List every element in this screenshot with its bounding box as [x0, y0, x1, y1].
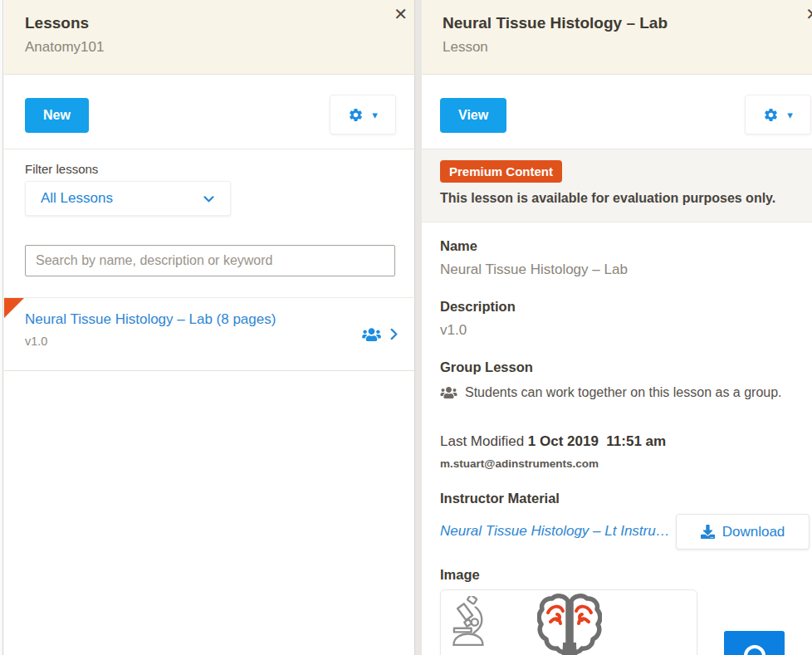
group-lesson-label: Group Lesson — [440, 359, 533, 375]
group-icon — [440, 386, 457, 399]
brain-icon — [537, 593, 602, 655]
description-label: Description — [440, 299, 516, 315]
premium-badge: Premium Content — [440, 160, 562, 183]
chevron-down-icon — [203, 193, 215, 205]
last-modified-value: 1 Oct 2019 11:51 am — [528, 433, 666, 449]
close-icon[interactable]: ✕ — [805, 5, 812, 23]
instructor-material-label: Instructor Material — [440, 491, 560, 506]
close-icon[interactable]: ✕ — [394, 5, 408, 23]
panel-title: Lessons — [25, 14, 89, 32]
help-icon — [744, 645, 766, 655]
lessons-settings-dropdown[interactable]: ▾ — [330, 95, 396, 134]
lessons-screen: Lessons Anatomy101 ✕ New ▾ Filter lesson… — [0, 0, 812, 655]
modified-by-email: m.stuart@adinstruments.com — [440, 457, 599, 470]
lesson-item-version: v1.0 — [25, 335, 47, 348]
filter-selected-value: All Lessons — [41, 190, 113, 207]
download-icon — [701, 525, 715, 539]
view-button[interactable]: View — [440, 98, 506, 133]
instructor-material-link[interactable]: Neural Tissue Histology – Lt Instru… — [440, 523, 670, 540]
lessons-toolbar: New ▾ — [4, 75, 414, 149]
download-button[interactable]: Download — [676, 514, 810, 550]
description-value: v1.0 — [440, 322, 467, 339]
chevron-right-icon[interactable] — [387, 327, 401, 341]
group-lesson-note: Students can work together on this lesso… — [440, 385, 782, 400]
search-input[interactable] — [25, 245, 395, 276]
background-panel-edge — [0, 0, 3, 655]
lesson-list-item[interactable]: Neural Tissue Histology – Lab (8 pages) … — [4, 297, 414, 371]
lesson-filter-dropdown[interactable]: All Lessons — [25, 181, 231, 216]
lesson-image-preview — [440, 589, 697, 655]
image-label: Image — [440, 567, 480, 583]
last-modified: Last Modified 1 Oct 2019 11:51 am — [440, 433, 666, 450]
download-label: Download — [722, 524, 785, 540]
caret-down-icon: ▾ — [787, 110, 793, 120]
lessons-panel: Lessons Anatomy101 ✕ New ▾ Filter lesson… — [4, 0, 414, 655]
premium-note: This lesson is available for evaluation … — [440, 191, 775, 206]
panel-divider — [414, 0, 422, 655]
caret-down-icon: ▾ — [372, 110, 378, 120]
gear-icon — [348, 107, 364, 123]
help-button[interactable] — [724, 631, 785, 655]
microscope-icon — [448, 596, 491, 648]
course-name: Anatomy101 — [25, 39, 104, 56]
group-note-text: Students can work together on this lesso… — [465, 385, 782, 400]
last-modified-label: Last Modified — [440, 433, 528, 449]
lesson-title: Neural Tissue Histology – Lab — [443, 14, 668, 32]
lesson-item-title[interactable]: Neural Tissue Histology – Lab (8 pages) — [25, 311, 276, 328]
gear-icon — [763, 107, 779, 123]
lesson-item-icons — [362, 298, 401, 370]
lesson-detail-panel: Neural Tissue Histology – Lab Lesson ✕ V… — [422, 0, 812, 655]
detail-panel-header: Neural Tissue Histology – Lab Lesson ✕ — [422, 0, 812, 75]
name-value: Neural Tissue Histology – Lab — [440, 262, 628, 278]
premium-corner-flag — [4, 298, 24, 318]
lessons-panel-header: Lessons Anatomy101 ✕ — [4, 0, 414, 75]
group-lesson-icon — [362, 327, 381, 342]
premium-banner: Premium Content This lesson is available… — [422, 149, 812, 222]
panel-type-label: Lesson — [443, 39, 488, 56]
filter-lessons-label: Filter lessons — [25, 162, 98, 176]
new-button[interactable]: New — [25, 98, 89, 133]
name-label: Name — [440, 238, 477, 254]
detail-toolbar: View ▾ — [422, 75, 812, 149]
lesson-settings-dropdown[interactable]: ▾ — [745, 95, 811, 134]
